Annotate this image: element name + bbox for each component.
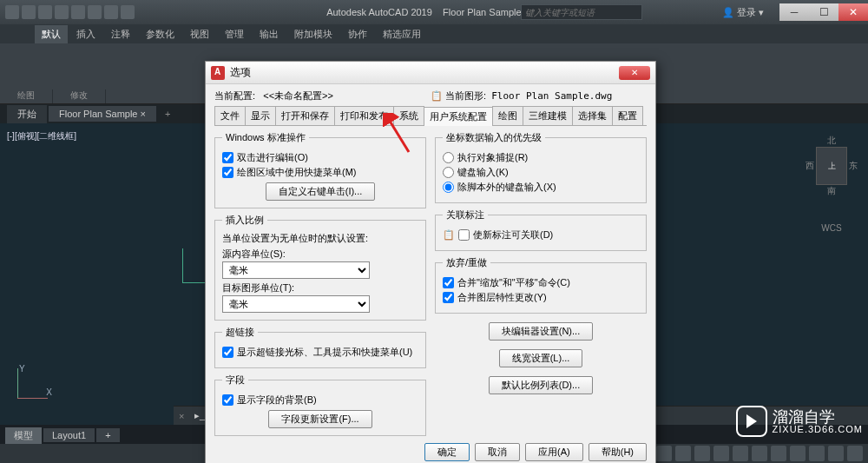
chk-combine-zoompan[interactable]: [443, 277, 454, 288]
btn-rightclick-custom[interactable]: 自定义右键单击(I)...: [266, 182, 376, 201]
chk-field-bg[interactable]: [222, 394, 233, 406]
close-button[interactable]: ✕: [838, 3, 868, 21]
filetab-current[interactable]: Floor Plan Sample ×: [49, 106, 156, 122]
group-hyperlink: 超链接 显示超链接光标、工具提示和快捷菜单(U): [214, 326, 426, 368]
ribbon-tab-collab[interactable]: 协作: [341, 25, 374, 43]
cube-south: 南: [806, 185, 858, 197]
ribbon-tab-output[interactable]: 输出: [253, 25, 286, 43]
maximize-button[interactable]: ☐: [809, 3, 838, 21]
btn-block-editor[interactable]: 块编辑器设置(N)...: [489, 322, 593, 341]
ribbon-tab-view[interactable]: 视图: [183, 25, 216, 43]
navigation-cube[interactable]: 北 西 上 东 南 WCS: [806, 135, 858, 239]
app-title: Autodesk AutoCAD 2019 Floor Plan Sample.…: [326, 7, 542, 17]
chk-combine-layer[interactable]: [443, 292, 454, 303]
ok-button[interactable]: 确定: [424, 443, 470, 461]
layouttab-model[interactable]: 模型: [5, 427, 42, 444]
watermark-brand: 溜溜自学: [773, 409, 863, 425]
status-osnap-icon[interactable]: [733, 446, 748, 461]
dialog-close-button[interactable]: ✕: [619, 66, 650, 80]
title-bar: Autodesk AutoCAD 2019 Floor Plan Sample.…: [0, 0, 868, 24]
tab-selection[interactable]: 选择集: [572, 106, 613, 125]
sel-source-units[interactable]: 毫米: [222, 261, 370, 279]
tab-display[interactable]: 显示: [245, 106, 276, 125]
status-grid-icon[interactable]: [656, 446, 672, 461]
chk-dblclick-edit[interactable]: [222, 152, 233, 163]
tab-system[interactable]: 系统: [393, 106, 424, 125]
status-clean-icon[interactable]: [828, 446, 844, 461]
status-otrack-icon[interactable]: [752, 446, 767, 461]
ribbon-tab-annotate[interactable]: 注释: [104, 25, 137, 43]
filetab-start[interactable]: 开始: [7, 105, 47, 123]
cmdline-close-icon[interactable]: ×: [179, 411, 194, 421]
qat-redo-icon[interactable]: [121, 5, 135, 19]
status-snap-icon[interactable]: [675, 446, 691, 461]
cancel-button[interactable]: 取消: [475, 443, 520, 461]
tab-drafting[interactable]: 绘图: [492, 106, 523, 125]
group-fields: 字段 显示字段的背景(B) 字段更新设置(F)...: [214, 374, 426, 436]
status-ortho-icon[interactable]: [694, 446, 710, 461]
cube-east: 东: [849, 160, 858, 172]
dialog-titlebar[interactable]: 选项 ✕: [206, 62, 655, 84]
ribbon-tab-featured[interactable]: 精选应用: [376, 25, 428, 43]
radio-keyboard[interactable]: [443, 167, 454, 178]
ribbon-tab-default[interactable]: 默认: [35, 25, 68, 43]
dialog-title: 选项: [230, 65, 251, 80]
login-button[interactable]: 👤 登录 ▾: [722, 6, 764, 19]
ribbon-panel-draw: 绘图: [0, 89, 53, 103]
minimize-button[interactable]: ─: [779, 3, 809, 21]
wcs-label[interactable]: WCS: [806, 223, 858, 233]
ribbon-panel-modify: 修改: [53, 89, 106, 103]
btn-field-update[interactable]: 字段更新设置(F)...: [268, 410, 372, 428]
radio-keyboard-except-script[interactable]: [443, 182, 454, 193]
btn-lineweight[interactable]: 线宽设置(L)...: [499, 349, 583, 367]
insert-scale-note: 当单位设置为无单位时的默认设置:: [222, 232, 418, 245]
status-anno-icon[interactable]: [790, 446, 806, 461]
status-lwt-icon[interactable]: [771, 446, 786, 461]
radio-osnap[interactable]: [443, 152, 454, 163]
dialog-footer: 确定 取消 应用(A) 帮助(H): [214, 436, 647, 461]
status-polar-icon[interactable]: [713, 446, 729, 461]
current-profile: 当前配置: <<未命名配置>>: [214, 89, 431, 103]
ribbon-tab-parametric[interactable]: 参数化: [139, 25, 181, 43]
cube-west: 西: [806, 160, 814, 172]
help-button[interactable]: 帮助(H): [589, 443, 647, 461]
ribbon-tab-insert[interactable]: 插入: [69, 25, 102, 43]
tab-userpref[interactable]: 用户系统配置: [424, 107, 493, 126]
status-custom-icon[interactable]: [847, 446, 863, 461]
layouttab-layout1[interactable]: Layout1: [43, 428, 95, 442]
ribbon-tab-manage[interactable]: 管理: [218, 25, 251, 43]
group-assoc-dim: 关联标注 📋使新标注可关联(D): [435, 208, 647, 251]
search-input[interactable]: [521, 4, 642, 20]
status-workspace-icon[interactable]: [809, 446, 825, 461]
cube-face-top[interactable]: 上: [816, 147, 847, 185]
viewport-label[interactable]: [-][俯视][二维线框]: [7, 130, 76, 142]
filetab-add[interactable]: +: [158, 106, 177, 122]
ribbon-tab-addins[interactable]: 附加模块: [287, 25, 339, 43]
tab-3dmodel[interactable]: 三维建模: [523, 106, 573, 125]
group-undo-redo: 放弃/重做 合并"缩放"和"平移"命令(C) 合并图层特性更改(Y): [435, 256, 647, 314]
tab-files[interactable]: 文件: [214, 106, 246, 125]
chk-assoc-dim[interactable]: [458, 229, 470, 241]
ucs-icon[interactable]: Y X: [17, 364, 52, 399]
qat-saveas-icon[interactable]: [71, 5, 85, 19]
qat-new-icon[interactable]: [22, 5, 36, 19]
sel-target-units[interactable]: 毫米: [222, 295, 370, 313]
tab-plot[interactable]: 打印和发布: [334, 106, 394, 125]
tab-profiles[interactable]: 配置: [612, 106, 643, 125]
qat-undo-icon[interactable]: [104, 5, 118, 19]
chk-hyperlink-cursor[interactable]: [222, 347, 233, 358]
window-controls: ─ ☐ ✕: [779, 3, 868, 21]
watermark-play-icon: [736, 406, 767, 437]
ribbon-tabs: 默认 插入 注释 参数化 视图 管理 输出 附加模块 协作 精选应用: [0, 24, 868, 43]
qat-plot-icon[interactable]: [88, 5, 102, 19]
btn-scale-list[interactable]: 默认比例列表(D)...: [489, 376, 593, 394]
quick-access-toolbar: [0, 5, 140, 19]
tab-opensave[interactable]: 打开和保存: [275, 106, 335, 125]
layouttab-add[interactable]: +: [96, 428, 119, 442]
dialog-app-icon: [211, 66, 225, 80]
qat-open-icon[interactable]: [38, 5, 52, 19]
qat-app-icon[interactable]: [5, 5, 19, 19]
apply-button[interactable]: 应用(A): [525, 443, 583, 461]
qat-save-icon[interactable]: [55, 5, 69, 19]
chk-shortcut-menu[interactable]: [222, 167, 233, 178]
